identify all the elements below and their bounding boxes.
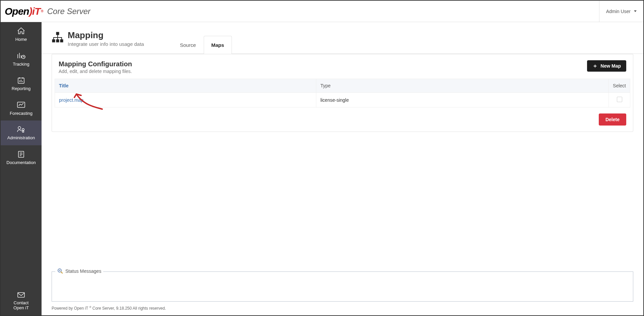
documentation-icon [16, 150, 26, 158]
page-subtitle: Integrate user info into usage data [68, 41, 144, 47]
sidebar-item-label: ContactOpen iT [13, 300, 29, 311]
sidebar-item-documentation[interactable]: Documentation [1, 145, 42, 170]
col-type[interactable]: Type [316, 79, 609, 93]
tabs: Source Maps [172, 35, 232, 54]
sidebar-item-administration[interactable]: Administration [1, 121, 42, 145]
logo-reg: ® [41, 9, 43, 13]
logo-area: Open)iT® Core Server [5, 6, 90, 17]
sidebar-item-contact[interactable]: ContactOpen iT [1, 287, 42, 315]
main: Mapping Integrate user info into usage d… [42, 22, 643, 315]
user-menu[interactable]: Admin User [599, 1, 643, 22]
delete-button[interactable]: Delete [599, 113, 626, 126]
chevron-down-icon [634, 10, 637, 12]
row-checkbox[interactable] [617, 97, 622, 102]
card-footer: Delete [52, 107, 633, 132]
row-type: license-single [316, 93, 609, 107]
sidebar-item-home[interactable]: Home [1, 22, 42, 47]
svg-rect-10 [56, 40, 59, 42]
logo-paren: ) [29, 6, 32, 17]
tracking-icon [16, 52, 26, 60]
sidebar-item-label: Home [15, 37, 27, 42]
sidebar-item-label: Reporting [12, 86, 30, 91]
status-messages-legend: Status Messages [55, 268, 103, 274]
reporting-icon [16, 76, 26, 84]
plus-icon: ＋ [592, 63, 598, 69]
logo-it: iT [32, 6, 41, 17]
forecasting-icon [16, 101, 26, 109]
table-row: project.map license-single [55, 93, 630, 107]
gear-search-icon [57, 268, 63, 274]
card-title: Mapping Configuration [59, 60, 132, 68]
sidebar-item-label: Administration [7, 135, 35, 141]
mapping-config-card: Mapping Configuration Add, edit, and del… [52, 54, 633, 132]
page-title: Mapping [68, 30, 144, 41]
footer-text: Powered by Open iT ® Core Server, 9.18.2… [52, 304, 633, 312]
col-title[interactable]: Title [55, 79, 316, 93]
row-title-link[interactable]: project.map [55, 93, 316, 107]
sidebar: Home Tracking Reporting Forecasting Admi… [1, 22, 42, 315]
user-name: Admin User [606, 9, 631, 14]
administration-icon [16, 125, 26, 133]
envelope-icon [16, 292, 26, 298]
logo: Open)iT® [5, 6, 43, 17]
tab-source[interactable]: Source [172, 36, 204, 54]
card-header: Mapping Configuration Add, edit, and del… [52, 54, 633, 79]
svg-point-3 [18, 127, 21, 129]
sidebar-item-tracking[interactable]: Tracking [1, 47, 42, 72]
logo-open: Open [5, 6, 29, 17]
sidebar-item-label: Documentation [6, 160, 36, 165]
svg-rect-5 [22, 131, 24, 132]
status-messages-box: Status Messages [52, 271, 633, 302]
new-map-button[interactable]: ＋ New Map [587, 60, 626, 72]
sidebar-item-label: Forecasting [10, 111, 33, 116]
page-header: Mapping Integrate user info into usage d… [42, 22, 643, 54]
svg-rect-8 [56, 32, 59, 35]
page-title-block: Mapping Integrate user info into usage d… [52, 30, 152, 54]
home-icon [16, 27, 26, 35]
svg-rect-9 [52, 40, 55, 42]
product-name: Core Server [47, 7, 90, 16]
svg-rect-7 [18, 293, 24, 297]
mapping-icon [52, 31, 64, 44]
top-header: Open)iT® Core Server Admin User [1, 1, 643, 22]
svg-rect-11 [60, 40, 63, 42]
sidebar-item-label: Tracking [13, 62, 29, 67]
status-legend-text: Status Messages [65, 268, 101, 274]
new-map-label: New Map [600, 63, 621, 69]
svg-point-4 [22, 129, 24, 131]
tab-maps[interactable]: Maps [204, 36, 232, 54]
svg-point-13 [59, 270, 60, 271]
sidebar-item-forecasting[interactable]: Forecasting [1, 96, 42, 121]
card-subtitle: Add, edit, and delete mapping files. [59, 69, 132, 74]
col-select: Select [609, 79, 630, 93]
sidebar-item-reporting[interactable]: Reporting [1, 71, 42, 96]
mapping-table: Title Type Select project.map license-si… [55, 79, 630, 107]
